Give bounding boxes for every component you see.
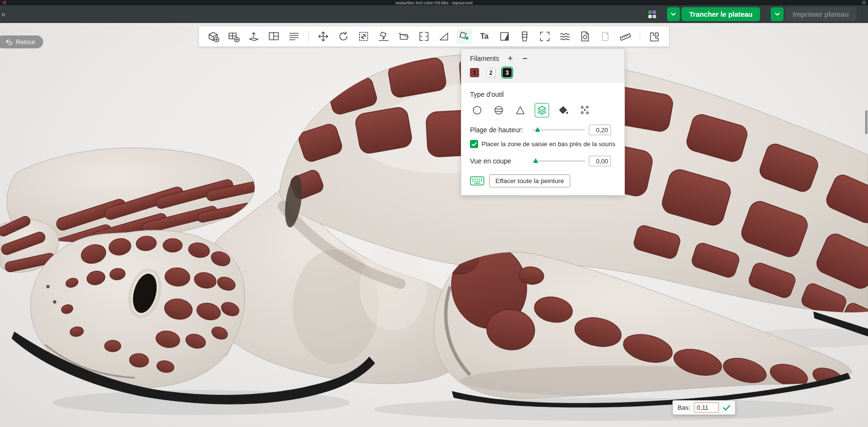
height-range-slider[interactable] <box>532 127 585 133</box>
tool-type-label: Type d'outil <box>470 91 616 98</box>
place-on-face-icon <box>377 30 390 43</box>
height-range-tool-selected[interactable] <box>535 103 549 117</box>
fill-bucket-icon <box>558 105 569 115</box>
auto-orient-icon <box>247 30 260 43</box>
toolbar-layer-list-button[interactable] <box>286 29 302 44</box>
text-tool-icon: Ta <box>480 33 488 40</box>
toolbar-locked-tool-button[interactable] <box>598 29 613 44</box>
toolbar-support-paint-button[interactable] <box>517 29 532 44</box>
brush-circle-tool[interactable] <box>470 103 484 117</box>
window-title: seaturtles 4x3-color-H3-bbs - topourcent <box>395 0 472 5</box>
app-dot-icon <box>3 1 6 4</box>
gap-confirm-button[interactable] <box>723 405 730 411</box>
add-filament-button[interactable]: + <box>507 54 514 63</box>
toolbar-separator <box>308 31 309 42</box>
print-dropdown-button[interactable] <box>771 7 784 21</box>
move-icon <box>317 30 329 43</box>
toolbar-assembly-button[interactable] <box>647 29 662 44</box>
circle-brush-icon <box>472 105 482 115</box>
rotate-icon <box>337 30 350 43</box>
toolbar-expand-button[interactable] <box>537 29 552 44</box>
color-paint-icon <box>458 30 470 43</box>
height-gap-popup: Bas: <box>672 400 736 415</box>
split-icon <box>418 30 430 43</box>
slice-button-group: Trancher le plateau <box>667 7 760 21</box>
print-plate-button[interactable]: Imprimer plateau <box>785 7 856 21</box>
scale-icon <box>357 30 370 43</box>
section-view-slider-thumb[interactable] <box>533 158 538 163</box>
toolbar-fuzzy-skin-button[interactable] <box>557 29 573 44</box>
section-view-value-input[interactable] <box>589 156 611 166</box>
slider-track <box>532 129 585 130</box>
toolbar-color-paint-button[interactable] <box>457 29 472 44</box>
brush-sphere-tool[interactable] <box>492 103 506 117</box>
toolbar-cut-button[interactable] <box>396 29 411 44</box>
filament-swatch-2[interactable]: 2 <box>486 68 495 77</box>
toolbar-scale-button[interactable] <box>356 29 371 44</box>
toolbar-place-on-face-button[interactable] <box>376 29 391 44</box>
back-button-label: Retour <box>16 38 35 46</box>
toolbar-move-button[interactable] <box>316 29 331 44</box>
gap-popup-label: Bas: <box>678 404 690 411</box>
slice-plate-button[interactable]: Trancher le plateau <box>681 7 760 21</box>
locked-tool-icon <box>599 30 611 43</box>
shortcuts-button[interactable] <box>470 176 484 186</box>
add-plate-icon <box>227 30 240 43</box>
height-range-slider-thumb[interactable] <box>535 127 540 132</box>
main-toolbar: Ta <box>199 26 669 46</box>
toolbar-rotate-button[interactable] <box>336 29 351 44</box>
toolbar-add-plate-button[interactable] <box>226 29 241 44</box>
height-range-label: Plage de hauteur: <box>470 126 528 134</box>
chevron-down-icon <box>775 12 780 16</box>
toolbar-measure-button[interactable] <box>618 29 633 44</box>
toolbar-arrange-button[interactable] <box>266 29 282 44</box>
toolbar-split-button[interactable] <box>416 29 432 44</box>
slider-track <box>532 161 585 162</box>
print-button-group: Imprimer plateau <box>771 7 856 21</box>
back-button[interactable]: Retour <box>0 35 43 48</box>
clear-all-paint-button[interactable]: Effacer toute la peinture <box>489 174 570 187</box>
filament-swatch-3-selected[interactable]: 3 <box>503 68 512 77</box>
height-range-value-input[interactable] <box>589 125 611 135</box>
project-file-icon <box>579 30 591 43</box>
turtle-model-render <box>0 23 868 427</box>
remove-filament-button[interactable]: − <box>521 54 528 63</box>
layer-list-icon <box>288 30 300 43</box>
app-header: n Trancher le plateau Imprimer plateau <box>0 5 868 23</box>
cursor-position-checkbox[interactable] <box>470 140 478 148</box>
toolbar-auto-orient-button[interactable] <box>246 29 261 44</box>
color-paint-panel: Filaments + − 1 2 3 Type d'outil <box>461 48 625 196</box>
sphere-brush-icon <box>493 105 504 115</box>
check-icon <box>723 405 730 411</box>
header-left-text: n <box>2 12 5 17</box>
section-view-slider[interactable] <box>532 158 585 164</box>
cursor-position-checkbox-label: Placer la zone de saisie en bas près de … <box>481 140 615 148</box>
fuzzy-skin-icon <box>559 30 571 43</box>
toolbar-project-file-button[interactable] <box>577 29 593 44</box>
brush-triangle-tool[interactable] <box>513 103 528 117</box>
toolbar-seam-button[interactable] <box>436 29 452 44</box>
assembly-icon <box>648 30 661 43</box>
plates-icon[interactable] <box>648 10 657 19</box>
check-icon <box>471 142 477 147</box>
gap-fill-icon <box>580 105 590 115</box>
back-arrow-icon <box>5 38 12 46</box>
viewport-scrollbar[interactable] <box>865 110 868 134</box>
expand-icon <box>539 30 551 43</box>
toolbar-texture-button[interactable] <box>497 29 512 44</box>
filaments-label: Filaments <box>470 55 499 62</box>
fill-tool[interactable] <box>556 103 571 117</box>
texture-icon <box>498 30 511 43</box>
filament-swatch-1[interactable]: 1 <box>470 68 479 77</box>
gap-value-input[interactable] <box>694 403 719 413</box>
slice-dropdown-button[interactable] <box>667 7 680 21</box>
toolbar-add-object-button[interactable] <box>206 29 221 44</box>
section-view-label: Vue en coupe <box>470 157 528 165</box>
height-range-icon <box>537 105 547 115</box>
viewport-3d[interactable] <box>0 23 868 427</box>
seam-icon <box>438 30 450 43</box>
gap-fill-tool[interactable] <box>578 103 592 117</box>
add-object-icon <box>207 30 220 43</box>
chevron-down-icon <box>671 12 676 16</box>
toolbar-text-button[interactable]: Ta <box>477 29 492 44</box>
